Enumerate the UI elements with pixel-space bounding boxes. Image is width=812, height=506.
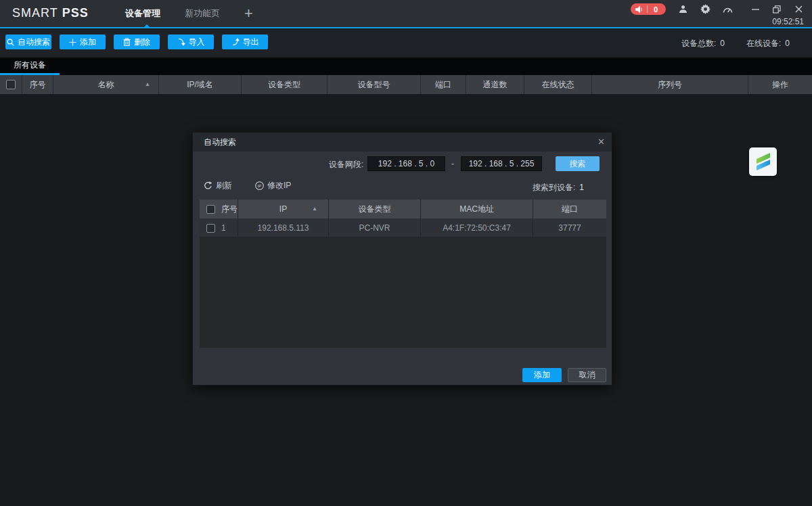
col-name[interactable]: 名称 ▲ (53, 75, 159, 94)
col-serial-number[interactable]: 序列号 (592, 75, 748, 94)
device-table-header: 序号 名称 ▲ IP/域名 设备类型 设备型号 端口 通道数 在线状态 序列号 … (0, 75, 812, 94)
select-all-checkbox[interactable] (6, 80, 16, 89)
clock: 09:52:51 (772, 17, 804, 26)
dashboard-gauge-icon[interactable] (722, 4, 733, 15)
result-row-ip: 192.168.5.113 (238, 218, 329, 237)
sort-asc-icon[interactable]: ▲ (145, 82, 150, 87)
total-devices-label: 设备总数: (681, 39, 716, 48)
result-col-ip[interactable]: IP ▲ (238, 200, 329, 218)
trash-icon (123, 38, 131, 46)
dialog-search-button[interactable]: 搜索 (556, 156, 600, 171)
alarm-speaker-icon (635, 5, 643, 14)
tab-all-devices[interactable]: 所有设备 (0, 58, 60, 75)
total-devices-stat: 设备总数:0 (681, 38, 725, 49)
result-row-checkbox[interactable] (206, 224, 215, 233)
smartpss-floating-logo-icon[interactable] (749, 147, 777, 176)
device-list-body: 自动搜索 ✕ 设备网段: - 搜索 刷新 IP 修改IP (0, 94, 812, 506)
settings-gear-icon[interactable] (700, 4, 710, 15)
active-tab-indicator (143, 24, 151, 28)
dialog-title-bar: 自动搜索 ✕ (193, 133, 612, 152)
found-devices-label: 搜索到设备: (533, 183, 575, 192)
refresh-label: 刷新 (216, 180, 232, 191)
delete-device-label: 删除 (134, 37, 150, 48)
col-number[interactable]: 序号 (22, 75, 53, 94)
add-device-label: 添加 (80, 37, 96, 48)
ip-range-separator: - (447, 159, 458, 168)
window-controls (750, 4, 804, 15)
result-select-all-checkbox[interactable] (206, 205, 215, 214)
result-row-mac: A4:1F:72:50:C3:47 (421, 218, 533, 237)
result-col-number: 序号 (200, 200, 238, 218)
col-ip-domain[interactable]: IP/域名 (159, 75, 242, 94)
export-arrow-icon (231, 38, 240, 46)
alarm-badge-divider (647, 5, 648, 13)
auto-search-label: 自动搜索 (18, 37, 50, 48)
tab-new-function-page[interactable]: 新功能页 (185, 7, 220, 20)
delete-device-button[interactable]: 删除 (114, 34, 160, 49)
col-channel-count[interactable]: 通道数 (466, 75, 524, 94)
online-devices-value: 0 (785, 39, 790, 48)
auto-search-dialog: 自动搜索 ✕ 设备网段: - 搜索 刷新 IP 修改IP (192, 132, 612, 386)
col-port[interactable]: 端口 (421, 75, 466, 94)
toolbar-buttons: 自动搜索 添加 删除 导入 (5, 34, 268, 49)
result-col-mac[interactable]: MAC地址 (421, 200, 533, 218)
search-icon (7, 39, 14, 46)
device-toolbar: 自动搜索 添加 删除 导入 (0, 30, 812, 58)
result-col-port[interactable]: 端口 (533, 200, 606, 218)
segment-label: 设备网段: (329, 159, 363, 170)
col-device-model[interactable]: 设备型号 (328, 75, 421, 94)
result-col-ip-label: IP (279, 204, 287, 214)
dialog-actions-row: 刷新 IP 修改IP (204, 180, 291, 191)
modify-ip-icon: IP (255, 181, 264, 190)
import-label: 导入 (189, 37, 205, 48)
search-result-row[interactable]: 1 192.168.5.113 PC-NVR A4:1F:72:50:C3:47… (200, 218, 606, 237)
refresh-button[interactable]: 刷新 (204, 180, 232, 191)
dialog-cancel-button[interactable]: 取消 (568, 368, 606, 382)
result-col-device-type[interactable]: 设备类型 (329, 200, 421, 218)
modify-ip-button[interactable]: IP 修改IP (255, 180, 291, 191)
dialog-close-icon[interactable]: ✕ (597, 137, 605, 147)
main-tab-bar: 设备管理 新功能页 + (125, 0, 253, 27)
plus-icon (69, 39, 76, 46)
minimize-icon[interactable] (750, 4, 761, 15)
result-row-port: 37777 (533, 218, 606, 237)
result-sort-asc-icon[interactable]: ▲ (312, 206, 317, 212)
close-icon[interactable] (793, 4, 804, 15)
import-arrow-icon (177, 38, 185, 46)
col-operation[interactable]: 操作 (748, 75, 812, 94)
ip-range-end-input[interactable] (461, 156, 542, 171)
device-group-strip: 所有设备 (0, 58, 812, 75)
search-result-table: 序号 IP ▲ 设备类型 MAC地址 端口 1 192.168.5.113 (200, 200, 606, 348)
total-devices-value: 0 (720, 39, 725, 48)
modify-ip-label: 修改IP (267, 180, 291, 191)
brand-smart: SMART (12, 6, 58, 20)
result-col-number-label: 序号 (221, 204, 238, 215)
titlebar-right-controls: 0 (631, 3, 804, 15)
add-device-button[interactable]: 添加 (60, 34, 106, 49)
export-button[interactable]: 导出 (222, 34, 268, 49)
new-tab-button[interactable]: + (244, 7, 253, 20)
result-row-number-cell: 1 (200, 218, 238, 237)
dialog-add-button[interactable]: 添加 (522, 368, 562, 382)
col-online-status[interactable]: 在线状态 (524, 75, 592, 94)
user-icon[interactable] (677, 4, 688, 15)
smartpss-window: SMARTPSS 设备管理 新功能页 + 0 (0, 0, 812, 506)
search-result-empty-area (200, 237, 606, 348)
refresh-icon (204, 181, 212, 190)
col-device-type[interactable]: 设备类型 (242, 75, 328, 94)
ip-range-start-input[interactable] (367, 156, 445, 171)
header-checkbox-cell (0, 75, 22, 94)
online-devices-stat: 在线设备:0 (746, 38, 790, 49)
import-button[interactable]: 导入 (168, 34, 214, 49)
title-bar: SMARTPSS 设备管理 新功能页 + 0 (0, 0, 812, 28)
col-name-label: 名称 (98, 79, 114, 91)
alarm-badge[interactable]: 0 (631, 3, 666, 15)
export-label: 导出 (243, 37, 259, 48)
restore-icon[interactable] (771, 4, 782, 15)
brand-pss: PSS (62, 6, 89, 20)
dialog-title: 自动搜索 (204, 137, 236, 148)
tab-device-management[interactable]: 设备管理 (125, 7, 160, 20)
search-result-header: 序号 IP ▲ 设备类型 MAC地址 端口 (200, 200, 606, 218)
auto-search-button[interactable]: 自动搜索 (5, 34, 51, 49)
device-stats: 设备总数:0 在线设备:0 (681, 30, 790, 58)
